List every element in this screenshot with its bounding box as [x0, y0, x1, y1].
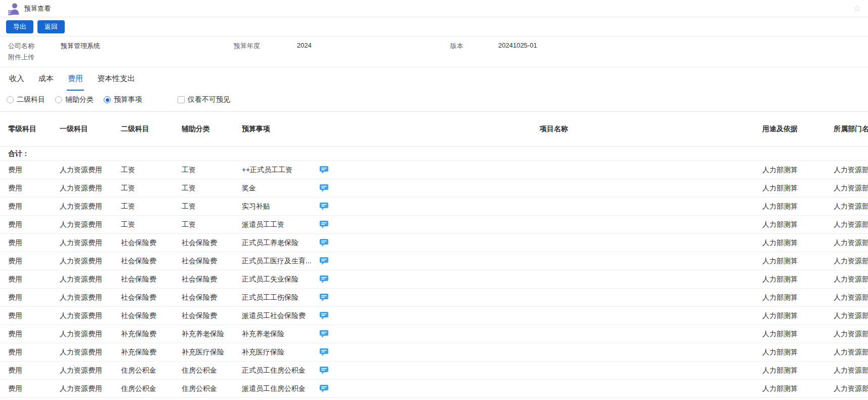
cell-level0: 费用: [0, 238, 60, 248]
table-row: 费用 人力资源费用 工资 工资 派遣员工工资 人力部测算 人力资源部: [0, 216, 868, 234]
export-button[interactable]: 导出: [6, 20, 33, 33]
table-row: 费用 人力资源费用 工资 工资 奖金 人力部测算 人力资源部: [0, 179, 868, 197]
comment-icon[interactable]: [320, 257, 329, 265]
cell-budget-item: 奖金: [242, 184, 317, 193]
title-bar: 预算查看 ☆: [0, 0, 868, 17]
table-row: 费用 人力资源费用 社会保险费 社会保险费 派遣员工社会保险费 人力部测算 人力…: [0, 307, 868, 325]
cell-level1: 人力资源费用: [60, 293, 121, 302]
cell-purpose: 人力部测算: [754, 330, 830, 339]
comment-icon[interactable]: [320, 294, 329, 302]
comment-icon[interactable]: [320, 275, 329, 284]
cell-budget-item: 正式员工医疗及生育...: [242, 257, 317, 266]
cell-level2: 补充保险费: [121, 348, 182, 357]
back-button[interactable]: 返回: [37, 20, 65, 33]
table-body: 费用 人力资源费用 工资 工资 ++正式员工工资 人力部测算 人力资源部 费用 …: [0, 161, 868, 398]
cell-level0: 费用: [0, 330, 60, 339]
cell-auxiliary: 住房公积金: [182, 384, 242, 393]
cell-level0: 费用: [0, 311, 60, 321]
cell-purpose: 人力部测算: [754, 311, 830, 321]
budget-info-section: 公司名称 预算管理系统 预算年度 2024 版本 20241025-01 附件上…: [0, 36, 868, 67]
cell-level1: 人力资源费用: [60, 220, 121, 229]
radio-budget-item[interactable]: 预算事项: [104, 95, 142, 104]
tab-income[interactable]: 收入: [8, 67, 25, 91]
category-tabs: 收入 成本 费用 资本性支出: [0, 67, 868, 91]
cell-level2: 补充保险费: [121, 330, 182, 339]
cell-purpose: 人力部测算: [754, 184, 830, 193]
cell-budget-item: 正式员工工伤保险: [242, 293, 317, 302]
comment-icon[interactable]: [320, 203, 329, 211]
cell-auxiliary: 工资: [182, 166, 242, 175]
comment-icon[interactable]: [320, 221, 329, 229]
cell-budget-item: 派遣员工社会保险费: [242, 311, 317, 321]
radio-auxiliary-category[interactable]: 辅助分类: [55, 95, 94, 104]
cell-level1: 人力资源费用: [60, 275, 121, 284]
cell-budget-item: 正式员工住房公积金: [242, 366, 317, 375]
checkbox-only-unforeseen[interactable]: 仅看不可预见: [178, 95, 230, 104]
radio-checked-icon: [104, 96, 111, 103]
radio-icon: [7, 96, 14, 103]
comment-icon[interactable]: [320, 239, 329, 247]
cell-level0: 费用: [0, 220, 60, 229]
cell-purpose: 人力部测算: [754, 275, 830, 284]
cell-purpose: 人力部测算: [754, 257, 830, 266]
cell-auxiliary: 工资: [182, 202, 242, 211]
star-outline-icon[interactable]: ☆: [853, 4, 861, 13]
table-row: 费用 人力资源费用 补充保险费 补充医疗保险 补充医疗保险 人力部测算 人力资源…: [0, 343, 868, 362]
cell-level1: 人力资源费用: [60, 166, 121, 175]
cell-purpose: 人力部测算: [754, 166, 830, 175]
cell-auxiliary: 补充医疗保险: [182, 348, 242, 357]
total-row: 合计：: [0, 147, 868, 161]
table-row: 费用 人力资源费用 社会保险费 社会保险费 正式员工医疗及生育... 人力部测算…: [0, 252, 868, 270]
cell-purpose: 人力部测算: [754, 384, 830, 393]
cell-budget-item: 补充医疗保险: [242, 348, 317, 357]
comment-icon[interactable]: [320, 312, 329, 320]
table-row: 费用 人力资源费用 住房公积金 住房公积金 正式员工住房公积金 人力部测算 人力…: [0, 362, 868, 380]
table-row: 费用 人力资源费用 工资 工资 ++正式员工工资 人力部测算 人力资源部: [0, 161, 868, 179]
cell-level2: 工资: [121, 220, 182, 229]
version-label: 版本: [450, 42, 498, 51]
comment-icon[interactable]: [320, 348, 329, 356]
cell-level0: 费用: [0, 202, 60, 211]
cell-level2: 工资: [121, 202, 182, 211]
cell-department: 人力资源部: [830, 220, 868, 229]
comment-icon[interactable]: [320, 330, 329, 338]
comment-icon[interactable]: [320, 367, 329, 375]
cell-level1: 人力资源费用: [60, 348, 121, 357]
version-value: 20241025-01: [498, 42, 537, 51]
cell-level0: 费用: [0, 348, 60, 357]
cell-auxiliary: 住房公积金: [182, 366, 242, 375]
tab-cost[interactable]: 成本: [37, 67, 55, 91]
cell-auxiliary: 社会保险费: [182, 238, 242, 248]
cell-level0: 费用: [0, 366, 60, 375]
cell-level0: 费用: [0, 275, 60, 284]
tab-expense[interactable]: 费用: [67, 67, 84, 91]
comment-icon[interactable]: [320, 166, 329, 174]
cell-purpose: 人力部测算: [754, 238, 830, 248]
col-header-project-name: 项目名称: [354, 125, 754, 134]
cell-department: 人力资源部: [830, 238, 868, 248]
cell-level1: 人力资源费用: [60, 311, 121, 321]
cell-department: 人力资源部: [830, 184, 868, 193]
radio-secondary-subject[interactable]: 二级科目: [7, 95, 45, 104]
radio-label: 辅助分类: [65, 95, 94, 104]
cell-purpose: 人力部测算: [754, 366, 830, 375]
cell-budget-item: 补充养老保险: [242, 330, 317, 339]
col-header-department: 所属部门名称: [830, 125, 868, 134]
cell-level2: 住房公积金: [121, 366, 182, 375]
checkbox-label: 仅看不可预见: [188, 95, 230, 104]
col-header-purpose: 用途及依据: [754, 125, 830, 134]
person-list-icon: [7, 2, 20, 15]
cell-level2: 工资: [121, 166, 182, 175]
tab-capital-expenditure[interactable]: 资本性支出: [96, 67, 136, 91]
cell-level0: 费用: [0, 384, 60, 393]
cell-level2: 社会保险费: [121, 238, 182, 248]
comment-icon[interactable]: [320, 184, 329, 192]
cell-auxiliary: 社会保险费: [182, 257, 242, 266]
cell-level0: 费用: [0, 293, 60, 302]
cell-purpose: 人力部测算: [754, 202, 830, 211]
attachment-upload-label: 附件上传: [8, 53, 34, 62]
cell-purpose: 人力部测算: [754, 293, 830, 302]
comment-icon[interactable]: [320, 385, 329, 393]
cell-department: 人力资源部: [830, 348, 868, 357]
cell-level2: 社会保险费: [121, 257, 182, 266]
